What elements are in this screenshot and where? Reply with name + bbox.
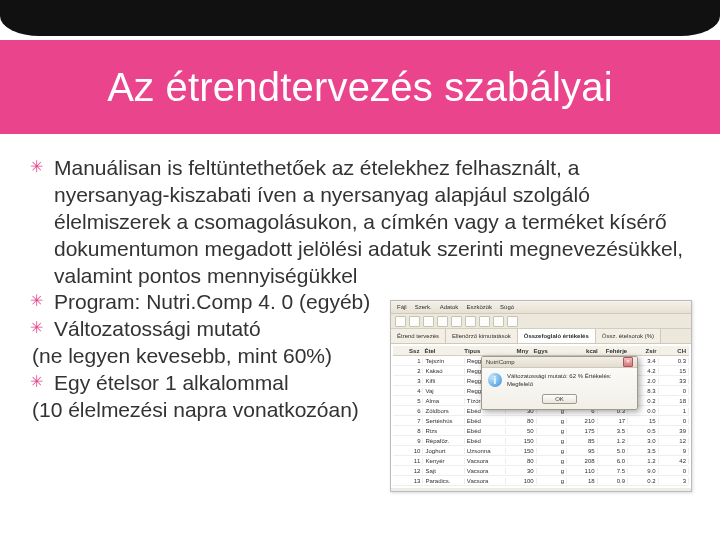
menu-item[interactable]: Adatok: [440, 304, 459, 310]
tab[interactable]: Étrend tervezés: [391, 329, 446, 343]
table-cell: 3.5: [598, 428, 628, 434]
table-cell: g: [537, 438, 567, 444]
table-cell: 2: [393, 368, 423, 374]
table-cell: 30: [506, 468, 536, 474]
bullet-item: Egy ételsor 1 alkalommal: [30, 370, 414, 397]
table-cell: Zöldbors: [423, 408, 464, 414]
tab[interactable]: Össz. ételsorok (%): [596, 329, 661, 343]
table-row[interactable]: 11KenyérVacsora80g2086.01.242: [393, 456, 689, 466]
bullet-item: Változatossági mutató: [30, 316, 414, 343]
col-header: CH: [660, 348, 689, 354]
table-cell: Tejszín: [423, 358, 464, 364]
table-cell: 3: [393, 378, 423, 384]
title-band: Az étrendtervezés szabályai: [0, 40, 720, 134]
table-cell: 0.3: [659, 358, 689, 364]
tab[interactable]: Összefoglaló értékelés: [518, 329, 596, 343]
table-cell: 42: [659, 458, 689, 464]
col-header: Fehérje: [601, 348, 630, 354]
table-cell: 7.5: [598, 468, 628, 474]
tab[interactable]: Ellenőrző kimutatások: [446, 329, 518, 343]
ok-button[interactable]: OK: [542, 394, 577, 404]
table-cell: 1: [393, 358, 423, 364]
bullet-item: Program: Nutri.Comp 4. 0 (egyéb): [30, 289, 414, 316]
toolbar-button[interactable]: [437, 316, 448, 327]
table-cell: 0: [659, 388, 689, 394]
table-cell: 208: [567, 458, 597, 464]
toolbar-button[interactable]: [479, 316, 490, 327]
table-cell: 18: [659, 398, 689, 404]
toolbar-button[interactable]: [451, 316, 462, 327]
table-cell: 10: [393, 448, 423, 454]
table-cell: 110: [567, 468, 597, 474]
table-row[interactable]: 9Répafőz.Ebéd150g851.23.012: [393, 436, 689, 446]
menu-item[interactable]: Szerk.: [415, 304, 432, 310]
table-row[interactable]: 8RizsEbéd50g1753.50.539: [393, 426, 689, 436]
col-header: kcal: [571, 348, 600, 354]
toolbar-button[interactable]: [465, 316, 476, 327]
table-cell: Sajt: [423, 468, 464, 474]
table-cell: 5.0: [598, 448, 628, 454]
toolbar-button[interactable]: [395, 316, 406, 327]
menu-item[interactable]: Súgó: [500, 304, 514, 310]
table-cell: 8: [393, 428, 423, 434]
table-cell: 80: [506, 418, 536, 424]
menu-item[interactable]: Eszközök: [466, 304, 492, 310]
table-cell: 0.5: [628, 428, 658, 434]
table-cell: 1.2: [628, 458, 658, 464]
table-cell: Kakaó: [423, 368, 464, 374]
table-cell: 0: [659, 468, 689, 474]
table-cell: 150: [506, 448, 536, 454]
table-row[interactable]: 10JoghurtUzsonna150g955.03.59: [393, 446, 689, 456]
toolbar: [391, 314, 691, 329]
col-header: Zsír: [630, 348, 659, 354]
toolbar-button[interactable]: [507, 316, 518, 327]
toolbar-button[interactable]: [493, 316, 504, 327]
table-cell: 6: [393, 408, 423, 414]
table-cell: 85: [567, 438, 597, 444]
table-cell: Alma: [423, 398, 464, 404]
col-header: Étel: [422, 348, 462, 354]
table-cell: 18: [567, 478, 597, 484]
table-header-row: Ssz Étel Típus Mny Egys kcal Fehérje Zsí…: [393, 346, 689, 356]
table-row[interactable]: 13Paradics.Vacsora100g180.90.23: [393, 476, 689, 486]
table-cell: Vacsora: [465, 468, 506, 474]
table-cell: 33: [659, 378, 689, 384]
table-cell: 95: [567, 448, 597, 454]
col-header: Típus: [462, 348, 502, 354]
table-cell: g: [537, 448, 567, 454]
table-cell: 9: [393, 438, 423, 444]
slide-title: Az étrendtervezés szabályai: [107, 65, 613, 110]
table-cell: 15: [659, 368, 689, 374]
table-cell: 0.9: [598, 478, 628, 484]
table-cell: 3.0: [628, 438, 658, 444]
table-cell: 80: [506, 458, 536, 464]
sub-line: (ne legyen kevesebb, mint 60%): [30, 343, 392, 370]
table-cell: Paradics.: [423, 478, 464, 484]
table-cell: 3.5: [628, 448, 658, 454]
table-cell: Ebéd: [465, 428, 506, 434]
tabs: Étrend tervezés Ellenőrző kimutatások Ös…: [391, 329, 691, 344]
table-row[interactable]: 12SajtVacsora30g1107.59.00: [393, 466, 689, 476]
close-icon[interactable]: ×: [623, 357, 633, 367]
menu-item[interactable]: Fájl: [397, 304, 407, 310]
toolbar-button[interactable]: [423, 316, 434, 327]
table-cell: 12: [393, 468, 423, 474]
table-cell: g: [537, 468, 567, 474]
table-cell: 100: [506, 478, 536, 484]
toolbar-button[interactable]: [409, 316, 420, 327]
sub-line: (10 élelmezési napra vonatkozóan): [30, 397, 392, 424]
table-cell: Répafőz.: [423, 438, 464, 444]
table-cell: 9: [659, 448, 689, 454]
col-header: Egys: [532, 348, 572, 354]
table-cell: 5: [393, 398, 423, 404]
table-cell: 0: [659, 418, 689, 424]
table-cell: 13: [393, 478, 423, 484]
embedded-app-screenshot: Fájl Szerk. Adatok Eszközök Súgó Étrend …: [390, 300, 692, 492]
table-cell: 150: [506, 438, 536, 444]
table-cell: 39: [659, 428, 689, 434]
table-row[interactable]: 7SertéshúsEbéd80g21017150: [393, 416, 689, 426]
table-cell: 6.0: [598, 458, 628, 464]
table-cell: Rizs: [423, 428, 464, 434]
table-cell: g: [537, 458, 567, 464]
table-cell: 9.0: [628, 468, 658, 474]
